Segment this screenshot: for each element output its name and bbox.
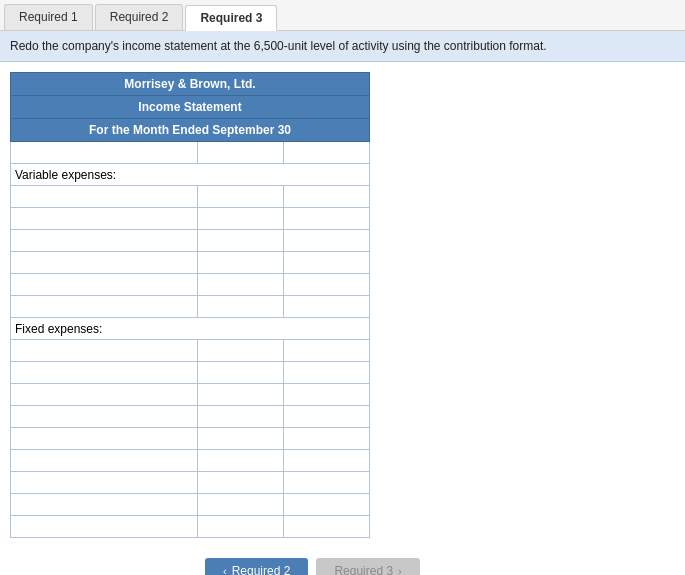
table-row <box>11 208 370 230</box>
table-row <box>11 142 370 164</box>
row-value2[interactable] <box>284 208 370 230</box>
fixed-expenses-label-row: Fixed expenses: <box>11 318 370 340</box>
tab-required-2[interactable]: Required 2 <box>95 4 184 30</box>
row-value1[interactable] <box>198 208 284 230</box>
row-label[interactable] <box>11 252 198 274</box>
next-button[interactable]: Required 3 › <box>316 558 419 575</box>
header-row-company: Morrisey & Brown, Ltd. <box>11 73 370 96</box>
table-row <box>11 406 370 428</box>
table-row <box>11 428 370 450</box>
row-value1[interactable] <box>198 406 284 428</box>
tab-required-1[interactable]: Required 1 <box>4 4 93 30</box>
row-value2[interactable] <box>284 362 370 384</box>
variable-expenses-label-row: Variable expenses: <box>11 164 370 186</box>
row-value1[interactable] <box>198 450 284 472</box>
row-label[interactable] <box>11 230 198 252</box>
row-label[interactable] <box>11 384 198 406</box>
next-button-label: Required 3 <box>334 564 393 575</box>
row-value1[interactable] <box>198 362 284 384</box>
row-label[interactable] <box>11 472 198 494</box>
row-value1[interactable] <box>198 494 284 516</box>
table-row <box>11 384 370 406</box>
row-label[interactable] <box>11 186 198 208</box>
table-row <box>11 450 370 472</box>
row-value2[interactable] <box>284 252 370 274</box>
page-container: Required 1 Required 2 Required 3 Redo th… <box>0 0 685 575</box>
row-value2[interactable] <box>284 142 370 164</box>
row-value1[interactable] <box>198 428 284 450</box>
row-value1[interactable] <box>198 230 284 252</box>
instruction-area: Redo the company's income statement at t… <box>0 31 685 62</box>
row-label <box>11 142 198 164</box>
row-value1[interactable] <box>198 186 284 208</box>
row-value1[interactable] <box>198 274 284 296</box>
row-value2[interactable] <box>284 428 370 450</box>
row-value2[interactable] <box>284 186 370 208</box>
row-value1[interactable] <box>198 472 284 494</box>
prev-button-label: Required 2 <box>232 564 291 575</box>
row-value1[interactable] <box>198 252 284 274</box>
row-label[interactable] <box>11 208 198 230</box>
row-value2[interactable] <box>284 494 370 516</box>
statement-title: Income Statement <box>11 96 370 119</box>
table-row <box>11 494 370 516</box>
table-row <box>11 472 370 494</box>
statement-date: For the Month Ended September 30 <box>11 119 370 142</box>
row-value2[interactable] <box>284 340 370 362</box>
row-label[interactable] <box>11 274 198 296</box>
nav-buttons: ‹ Required 2 Required 3 › <box>205 558 420 575</box>
row-label[interactable] <box>11 516 198 538</box>
instruction-text: Redo the company's income statement at t… <box>10 39 547 53</box>
prev-button[interactable]: ‹ Required 2 <box>205 558 308 575</box>
row-label[interactable] <box>11 340 198 362</box>
row-value2[interactable] <box>284 230 370 252</box>
next-arrow-icon: › <box>398 565 402 575</box>
company-name: Morrisey & Brown, Ltd. <box>11 73 370 96</box>
row-label[interactable] <box>11 494 198 516</box>
variable-expenses-label: Variable expenses: <box>11 164 370 186</box>
row-value1[interactable] <box>198 384 284 406</box>
table-row <box>11 252 370 274</box>
table-row <box>11 362 370 384</box>
tab-required-3[interactable]: Required 3 <box>185 5 277 31</box>
row-value2[interactable] <box>284 516 370 538</box>
main-content: Morrisey & Brown, Ltd. Income Statement … <box>0 62 685 575</box>
row-value2[interactable] <box>284 450 370 472</box>
table-row <box>11 274 370 296</box>
header-row-date: For the Month Ended September 30 <box>11 119 370 142</box>
row-label[interactable] <box>11 362 198 384</box>
row-label[interactable] <box>11 428 198 450</box>
table-row <box>11 230 370 252</box>
table-row <box>11 340 370 362</box>
row-value2[interactable] <box>284 274 370 296</box>
prev-arrow-icon: ‹ <box>223 565 227 575</box>
row-value1[interactable] <box>198 296 284 318</box>
table-row <box>11 516 370 538</box>
row-value2[interactable] <box>284 406 370 428</box>
row-value2[interactable] <box>284 472 370 494</box>
row-value1[interactable] <box>198 340 284 362</box>
table-row <box>11 186 370 208</box>
row-label[interactable] <box>11 406 198 428</box>
row-label[interactable] <box>11 296 198 318</box>
row-value2[interactable] <box>284 384 370 406</box>
row-value2[interactable] <box>284 296 370 318</box>
table-row <box>11 296 370 318</box>
row-label[interactable] <box>11 450 198 472</box>
header-row-title: Income Statement <box>11 96 370 119</box>
row-value1[interactable] <box>198 516 284 538</box>
tabs-bar: Required 1 Required 2 Required 3 <box>0 0 685 31</box>
income-statement-table: Morrisey & Brown, Ltd. Income Statement … <box>10 72 370 538</box>
row-value1[interactable] <box>198 142 284 164</box>
fixed-expenses-label: Fixed expenses: <box>11 318 370 340</box>
